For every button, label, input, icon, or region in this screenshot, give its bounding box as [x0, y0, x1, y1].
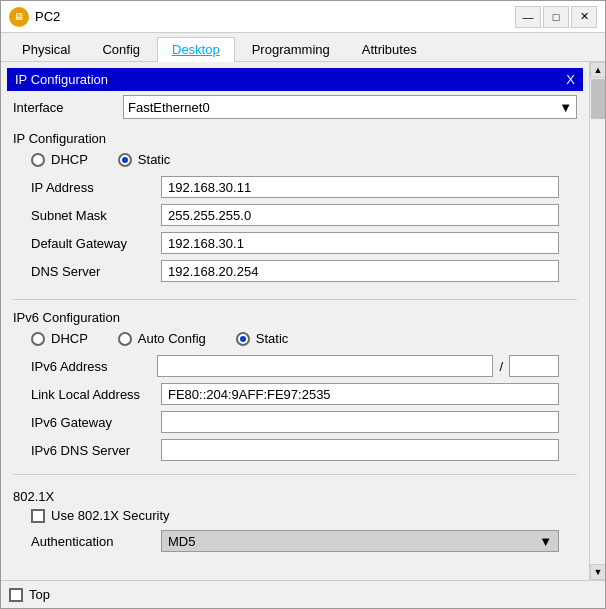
ip-config-close[interactable]: X [566, 72, 575, 87]
ipv6-address-label: IPv6 Address [31, 359, 151, 374]
ipv6-gateway-label: IPv6 Gateway [31, 415, 151, 430]
tab-attributes[interactable]: Attributes [347, 37, 432, 61]
link-local-row: Link Local Address [13, 380, 577, 408]
link-local-input[interactable] [161, 383, 559, 405]
main-content: IP Configuration X Interface FastEtherne… [1, 62, 589, 580]
ipv6-dhcp-option[interactable]: DHCP [31, 331, 88, 346]
top-checkbox[interactable] [9, 588, 23, 602]
ip-address-row: IP Address [13, 173, 577, 201]
ipv6-section-title: IPv6 Configuration [13, 310, 120, 325]
main-window: 🖥 PC2 — □ ✕ Physical Config Desktop Prog… [0, 0, 606, 609]
interface-label: Interface [13, 100, 113, 115]
dns-server-label: DNS Server [31, 264, 151, 279]
interface-select[interactable]: FastEthernet0 ▼ [123, 95, 577, 119]
auth-select[interactable]: MD5 ▼ [161, 530, 559, 552]
tab-config[interactable]: Config [87, 37, 155, 61]
default-gateway-input[interactable] [161, 232, 559, 254]
ip-address-input[interactable] [161, 176, 559, 198]
dns-server-row: DNS Server [13, 257, 577, 285]
ipv6-slash: / [499, 359, 503, 374]
ipv4-radio-row: DHCP Static [13, 146, 577, 173]
auth-dropdown-icon: ▼ [539, 534, 552, 549]
interface-dropdown-icon: ▼ [559, 100, 572, 115]
app-icon: 🖥 [9, 7, 29, 27]
ipv4-section-title: IP Configuration [13, 131, 106, 146]
minimize-button[interactable]: — [515, 6, 541, 28]
top-label: Top [29, 587, 50, 602]
ipv6-radio-row: DHCP Auto Config Static [13, 325, 577, 352]
ipv6-dhcp-radio[interactable] [31, 332, 45, 346]
tab-physical[interactable]: Physical [7, 37, 85, 61]
ip-address-label: IP Address [31, 180, 151, 195]
section-divider-1 [13, 299, 577, 300]
tab-programming[interactable]: Programming [237, 37, 345, 61]
window-controls: — □ ✕ [515, 6, 597, 28]
ip-config-header: IP Configuration X [7, 68, 583, 91]
content-area: IP Configuration X Interface FastEtherne… [1, 62, 605, 580]
auth-value: MD5 [168, 534, 195, 549]
ipv6-prefix-input[interactable] [509, 355, 559, 377]
ipv6-dns-label: IPv6 DNS Server [31, 443, 151, 458]
bottom-bar: Top [1, 580, 605, 608]
ipv6-dns-row: IPv6 DNS Server [13, 436, 577, 464]
ipv6-auto-option[interactable]: Auto Config [118, 331, 206, 346]
subnet-mask-input[interactable] [161, 204, 559, 226]
ipv6-gateway-input[interactable] [161, 411, 559, 433]
dhcp-radio-option[interactable]: DHCP [31, 152, 88, 167]
maximize-button[interactable]: □ [543, 6, 569, 28]
dhcp-radio[interactable] [31, 153, 45, 167]
section-divider-2 [13, 474, 577, 475]
static-label: Static [138, 152, 171, 167]
static-radio[interactable] [118, 153, 132, 167]
ipv6-address-input[interactable] [157, 355, 493, 377]
static-radio-option[interactable]: Static [118, 152, 171, 167]
default-gateway-row: Default Gateway [13, 229, 577, 257]
ipv6-auto-radio[interactable] [118, 332, 132, 346]
ipv6-static-option[interactable]: Static [236, 331, 289, 346]
window-title: PC2 [35, 9, 515, 24]
ip-config-title: IP Configuration [15, 72, 108, 87]
ipv6-static-label: Static [256, 331, 289, 346]
use-8021x-row: Use 802.1X Security [13, 504, 577, 527]
tab-bar: Physical Config Desktop Programming Attr… [1, 33, 605, 62]
default-gateway-label: Default Gateway [31, 236, 151, 251]
close-button[interactable]: ✕ [571, 6, 597, 28]
dns-server-input[interactable] [161, 260, 559, 282]
interface-row: Interface FastEthernet0 ▼ [1, 91, 589, 123]
tab-desktop[interactable]: Desktop [157, 37, 235, 62]
use-8021x-checkbox[interactable] [31, 509, 45, 523]
link-local-label: Link Local Address [31, 387, 151, 402]
ipv6-dhcp-label: DHCP [51, 331, 88, 346]
interface-value: FastEthernet0 [128, 100, 210, 115]
scroll-thumb[interactable] [591, 79, 605, 119]
ipv6-gateway-row: IPv6 Gateway [13, 408, 577, 436]
auth-row: Authentication MD5 ▼ [13, 527, 577, 555]
subnet-mask-label: Subnet Mask [31, 208, 151, 223]
ipv6-auto-label: Auto Config [138, 331, 206, 346]
auth-label: Authentication [31, 534, 151, 549]
ipv6-static-radio[interactable] [236, 332, 250, 346]
scroll-up-button[interactable]: ▲ [590, 62, 605, 78]
ipv6-section: IPv6 Configuration DHCP Auto Config Stat… [1, 306, 589, 468]
ipv4-section: IP Configuration DHCP Static IP Address [1, 123, 589, 293]
8021x-title: 802.1X [13, 489, 54, 504]
dhcp-label: DHCP [51, 152, 88, 167]
title-bar: 🖥 PC2 — □ ✕ [1, 1, 605, 33]
scrollbar[interactable]: ▲ ▼ [589, 62, 605, 580]
scroll-track[interactable] [590, 78, 605, 564]
ipv6-address-row: IPv6 Address / [13, 352, 577, 380]
ipv6-dns-input[interactable] [161, 439, 559, 461]
use-8021x-label: Use 802.1X Security [51, 508, 170, 523]
scroll-down-button[interactable]: ▼ [590, 564, 605, 580]
8021x-section: 802.1X Use 802.1X Security Authenticatio… [1, 481, 589, 563]
subnet-mask-row: Subnet Mask [13, 201, 577, 229]
